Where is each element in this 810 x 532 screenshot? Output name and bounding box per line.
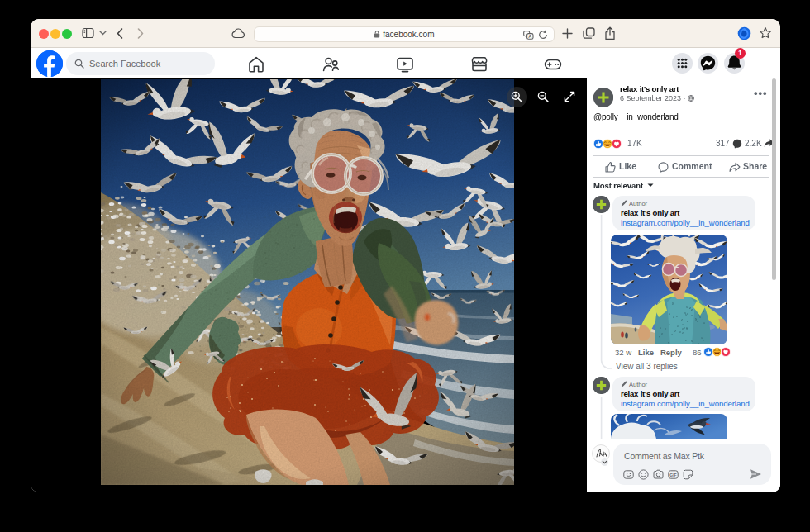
svg-text:A: A — [528, 33, 531, 38]
svg-text:GIF: GIF — [669, 473, 676, 477]
